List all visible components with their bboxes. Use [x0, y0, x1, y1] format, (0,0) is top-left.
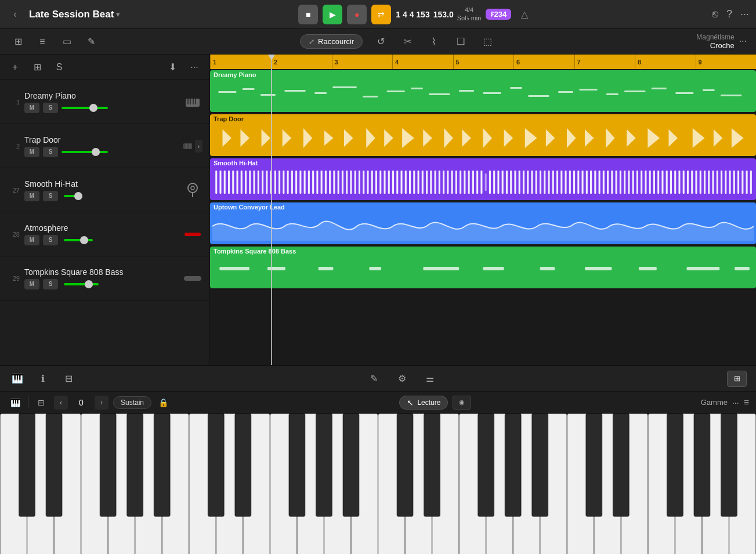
volume-slider[interactable] [62, 107, 108, 109]
svg-rect-189 [741, 171, 743, 194]
mute-button[interactable]: M [24, 191, 39, 201]
track-info: Atmosphere M S [24, 223, 178, 245]
panels-icon[interactable]: ⊟ [60, 371, 77, 387]
stop-button[interactable]: ■ [298, 5, 318, 24]
volume-thumb[interactable] [85, 280, 93, 288]
play-button[interactable]: ▶ [323, 5, 342, 24]
ruler-mark-2: 2 [271, 55, 332, 69]
toolbar-more-button[interactable]: ··· [739, 36, 747, 46]
back-button[interactable]: ‹ [7, 6, 23, 23]
solo-button[interactable]: S [43, 147, 58, 157]
keyboard-instrument-icon[interactable]: 🎹 [9, 371, 26, 387]
region-atmosphere[interactable]: Uptown Conveyor Lead [210, 202, 756, 244]
region-waveform [210, 256, 756, 285]
raccourcir-button[interactable]: ⤢ Raccourcir [300, 34, 363, 49]
volume-slider[interactable] [64, 283, 99, 285]
solo-header-button[interactable]: S [51, 59, 67, 75]
timeline-ruler[interactable]: 1 2 3 4 5 6 7 8 9 [210, 55, 756, 69]
pen-icon[interactable]: ✎ [82, 33, 100, 50]
svg-rect-237 [100, 414, 116, 516]
add-track-button[interactable]: + [7, 59, 23, 75]
duplicate-track-button[interactable]: ⊞ [29, 59, 45, 75]
volume-thumb[interactable] [80, 236, 88, 244]
svg-rect-35 [675, 92, 693, 94]
svg-rect-28 [510, 87, 522, 89]
position-numbers: 1 4 4 153 [396, 10, 429, 19]
piano-container[interactable]: Do2Do3Do4Do5 [0, 414, 756, 554]
info-icon[interactable]: ℹ [35, 371, 51, 387]
volume-slider[interactable] [62, 151, 108, 153]
svg-marker-47 [402, 128, 414, 148]
svg-rect-86 [308, 171, 310, 194]
grid-icon[interactable]: ⊞ [9, 33, 27, 50]
split-view-icon[interactable]: ⊟ [33, 394, 49, 411]
svg-rect-82 [291, 171, 293, 194]
svg-rect-126 [476, 171, 478, 194]
volume-slider[interactable] [64, 195, 81, 197]
svg-rect-179 [700, 171, 701, 194]
svg-rect-146 [560, 171, 562, 194]
keyboard-grid-button[interactable]: ⊞ [727, 371, 747, 387]
volume-thumb[interactable] [92, 148, 100, 156]
region-bass[interactable]: Tompkins Square 808 Bass [210, 247, 756, 288]
copy-icon[interactable]: ❑ [452, 33, 469, 50]
solo-button[interactable]: S [43, 235, 58, 245]
region-dreamy-piano[interactable]: Dreamy Piano [210, 70, 756, 112]
svg-rect-144 [552, 171, 554, 194]
settings-icon[interactable]: ⚙ [394, 371, 410, 387]
region-trap-door[interactable]: Trap Door [210, 114, 756, 156]
svg-marker-61 [693, 128, 705, 148]
solo-button[interactable]: S [43, 191, 58, 201]
help-icon[interactable]: ? [726, 8, 732, 20]
track-controls: M S [24, 191, 178, 201]
mute-button[interactable]: M [24, 147, 39, 157]
volume-thumb[interactable] [74, 192, 82, 200]
lock-icon[interactable]: 🔒 [156, 396, 170, 410]
svg-rect-81 [287, 171, 289, 194]
lecture-button[interactable]: ↖ Lecture [399, 396, 448, 410]
loop-button[interactable]: ⇄ [371, 5, 391, 24]
region-smooth-hihat[interactable]: Smooth Hi-Hat /* will use static rects *… [210, 158, 756, 200]
edit-pen-icon[interactable]: ✎ [366, 371, 382, 387]
track-more-button[interactable]: ··· [186, 59, 202, 75]
track-info: Tompkins Square 808 Bass M S [24, 267, 178, 289]
import-button[interactable]: ⬇ [164, 59, 180, 75]
loop2-icon[interactable]: ↺ [372, 33, 389, 50]
share-icon[interactable]: ⎋ [712, 8, 718, 20]
region-waveform [210, 212, 756, 241]
list-icon[interactable]: ≡ [34, 33, 51, 50]
svg-rect-241 [235, 414, 251, 516]
piano-icon[interactable]: 🎹 [7, 394, 23, 411]
volume-slider[interactable] [64, 239, 93, 241]
solo-button[interactable]: S [43, 103, 58, 113]
svg-rect-98 [359, 171, 360, 194]
octave-next-button[interactable]: › [95, 396, 108, 410]
mute-button[interactable]: M [24, 279, 39, 289]
scissors-icon[interactable]: ✂ [399, 33, 416, 50]
key-badge[interactable]: ♯234 [486, 9, 511, 20]
track-name: Trap Door [24, 135, 178, 144]
eq-icon[interactable]: ⚌ [422, 371, 438, 387]
velocity-button[interactable]: ◉ [453, 396, 471, 410]
track-expand-button[interactable]: › [195, 140, 202, 153]
volume-thumb[interactable] [89, 104, 97, 112]
solo-button[interactable]: S [43, 279, 58, 289]
mute-button[interactable]: M [24, 103, 39, 113]
record-button[interactable]: ● [347, 5, 367, 24]
svg-marker-63 [732, 128, 744, 148]
topbar-more-icon[interactable]: ··· [740, 8, 749, 20]
wave-icon[interactable]: ⌇ [425, 33, 443, 50]
keyboard-more-button[interactable]: ··· [732, 398, 739, 407]
octave-prev-button[interactable]: ‹ [54, 396, 68, 410]
track-number: 29 [7, 275, 20, 282]
svg-rect-141 [540, 171, 541, 194]
keyboard-lines-icon[interactable]: ≡ [744, 397, 749, 408]
svg-rect-128 [485, 173, 487, 191]
ruler-mark-6: 6 [513, 55, 574, 69]
paste-icon[interactable]: ⬚ [479, 33, 496, 50]
screen-icon[interactable]: ▭ [58, 33, 75, 50]
ruler-mark-5: 5 [453, 55, 514, 69]
mute-button[interactable]: M [24, 235, 39, 245]
sustain-button[interactable]: Sustain [113, 396, 151, 409]
metronome-button[interactable]: △ [516, 6, 533, 23]
